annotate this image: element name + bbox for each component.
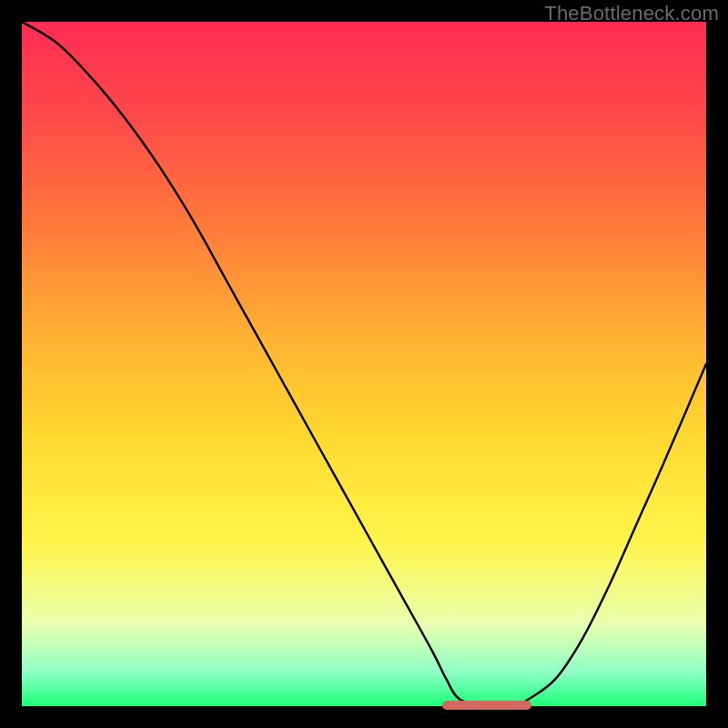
bottleneck-curve (22, 22, 706, 706)
watermark-text: TheBottleneck.com (544, 2, 719, 25)
optimal-range-highlight (442, 701, 531, 710)
